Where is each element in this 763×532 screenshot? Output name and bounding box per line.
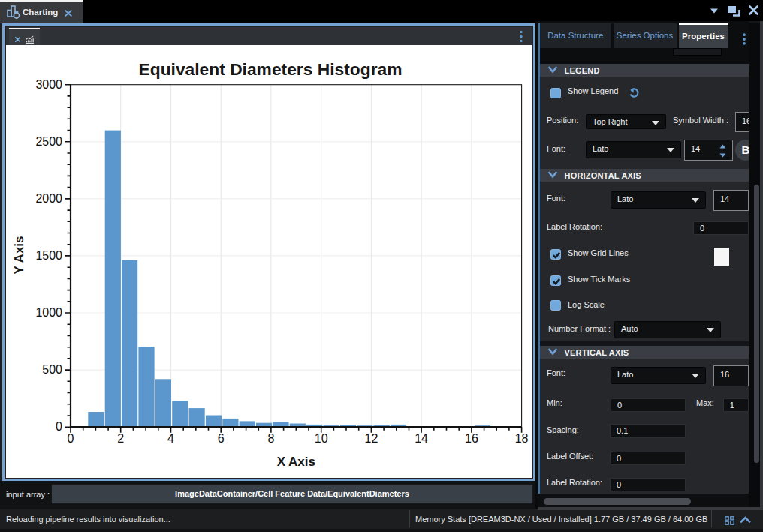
svg-text:16: 16 bbox=[465, 432, 478, 445]
svg-text:12: 12 bbox=[364, 432, 378, 445]
svg-text:10: 10 bbox=[314, 432, 327, 445]
svg-text:6: 6 bbox=[217, 432, 224, 445]
svg-text:14: 14 bbox=[415, 432, 428, 445]
svg-text:500: 500 bbox=[42, 363, 62, 376]
svg-text:1000: 1000 bbox=[35, 306, 62, 319]
svg-text:Equivalent Diameters Histogram: Equivalent Diameters Histogram bbox=[138, 59, 402, 78]
svg-text:8: 8 bbox=[267, 432, 274, 445]
svg-text:0: 0 bbox=[67, 432, 74, 445]
svg-text:3000: 3000 bbox=[35, 77, 62, 90]
svg-text:4: 4 bbox=[167, 432, 174, 445]
svg-text:0: 0 bbox=[56, 420, 62, 433]
svg-text:2500: 2500 bbox=[35, 134, 62, 147]
svg-text:1500: 1500 bbox=[35, 248, 62, 261]
svg-text:2000: 2000 bbox=[35, 191, 62, 204]
svg-text:X Axis: X Axis bbox=[276, 455, 315, 469]
svg-text:2: 2 bbox=[117, 432, 124, 445]
svg-text:18: 18 bbox=[514, 432, 528, 445]
svg-text:Y Axis: Y Axis bbox=[11, 236, 26, 274]
